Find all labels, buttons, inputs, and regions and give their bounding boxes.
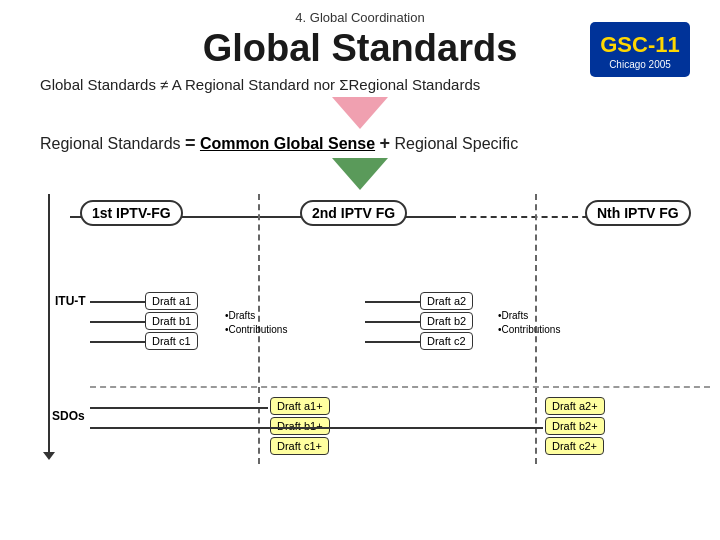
sdo-draft-c1p-box: Draft c1+ xyxy=(270,437,329,455)
gsc-logo: GSC-11 Chicago 2005 xyxy=(590,22,690,77)
svg-text:Chicago 2005: Chicago 2005 xyxy=(609,59,671,70)
header-nth-iptv: Nth IPTV FG xyxy=(585,200,691,226)
sdo-draft-a1p-box: Draft a1+ xyxy=(270,397,330,415)
vertical-timeline-arrow xyxy=(48,194,50,454)
draft-a1-box: Draft a1 xyxy=(145,292,198,310)
itu-sdo-divider xyxy=(90,386,710,388)
slide: 4. Global Coordination Global Standards … xyxy=(0,0,720,540)
draft-b1-box: Draft b1 xyxy=(145,312,198,330)
sdo-connector-1 xyxy=(90,407,268,409)
svg-text:GSC-11: GSC-11 xyxy=(600,32,679,57)
regional-prefix: Regional Standards xyxy=(40,135,185,152)
bullets-1: •Drafts •Contributions xyxy=(225,309,287,337)
equals-sign: = xyxy=(185,133,196,153)
connector-itu-a1 xyxy=(90,301,145,303)
green-arrow xyxy=(332,158,388,190)
header-2nd-iptv: 2nd IPTV FG xyxy=(300,200,407,226)
sdo-draft-b1p-box: Draft b1+ xyxy=(270,417,330,435)
itu-t-label: ITU-T xyxy=(55,294,86,308)
connector-itu-a2 xyxy=(365,301,420,303)
sdo-draft-a2p-box: Draft a2+ xyxy=(545,397,605,415)
connector-itu-b1 xyxy=(90,321,145,323)
not-equal-statement: Global Standards ≠ A Regional Standard n… xyxy=(30,76,690,93)
regional-statement: Regional Standards = Common Global Sense… xyxy=(30,133,690,154)
draft-a2-box: Draft a2 xyxy=(420,292,473,310)
sdo-draft-b2p-box: Draft b2+ xyxy=(545,417,605,435)
plus-sign: + xyxy=(380,133,391,153)
regional-suffix: Regional Specific xyxy=(390,135,518,152)
connector-itu-c1 xyxy=(90,341,145,343)
sdo-connector-2 xyxy=(90,427,543,429)
sdos-label: SDOs xyxy=(52,409,85,423)
sdo-draft-c2p-box: Draft c2+ xyxy=(545,437,604,455)
bullets-2: •Drafts •Contributions xyxy=(498,309,560,337)
common-global-sense: Common Global Sense xyxy=(200,135,375,152)
draft-c2-box: Draft c2 xyxy=(420,332,473,350)
main-title: Global Standards xyxy=(203,27,518,70)
connector-itu-b2 xyxy=(365,321,420,323)
pink-arrow xyxy=(332,97,388,129)
draft-b2-box: Draft b2 xyxy=(420,312,473,330)
draft-c1-box: Draft c1 xyxy=(145,332,198,350)
connector-itu-c2 xyxy=(365,341,420,343)
header-1st-iptv: 1st IPTV-FG xyxy=(80,200,183,226)
title-row: Global Standards GSC-11 Chicago 2005 xyxy=(30,27,690,70)
diagram: 1st IPTV-FG 2nd IPTV FG Nth IPTV FG ITU-… xyxy=(30,194,690,484)
